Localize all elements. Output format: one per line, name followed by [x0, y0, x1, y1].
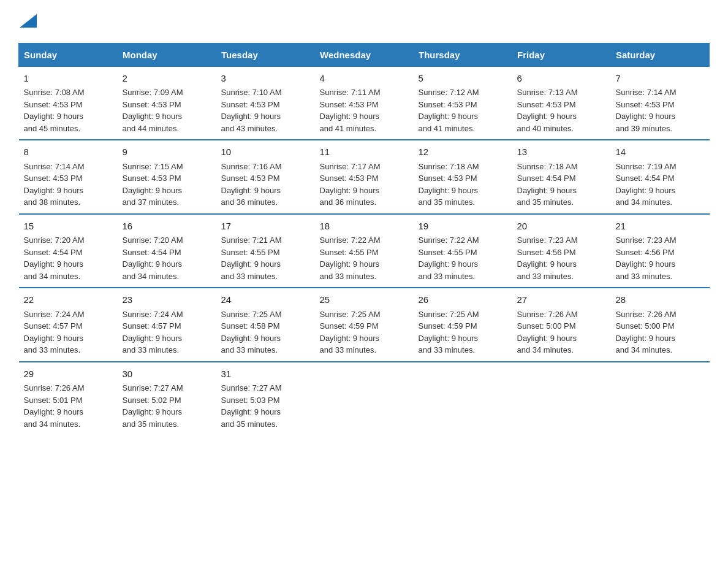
- day-info: Sunrise: 7:09 AM Sunset: 4:53 PM Dayligh…: [123, 88, 183, 133]
- calendar-week-row: 15 Sunrise: 7:20 AM Sunset: 4:54 PM Dayl…: [19, 214, 710, 288]
- header-cell-friday: Friday: [512, 43, 611, 66]
- day-info: Sunrise: 7:24 AM Sunset: 4:57 PM Dayligh…: [24, 310, 85, 355]
- day-number: 2: [123, 72, 211, 86]
- day-number: 3: [221, 72, 310, 86]
- header-cell-sunday: Sunday: [19, 43, 118, 66]
- day-info: Sunrise: 7:19 AM Sunset: 4:54 PM Dayligh…: [616, 162, 677, 207]
- calendar-cell: 28 Sunrise: 7:26 AM Sunset: 5:00 PM Dayl…: [611, 288, 710, 362]
- day-info: Sunrise: 7:23 AM Sunset: 4:56 PM Dayligh…: [517, 236, 578, 281]
- calendar-cell: 13 Sunrise: 7:18 AM Sunset: 4:54 PM Dayl…: [512, 140, 611, 214]
- calendar-cell: 23 Sunrise: 7:24 AM Sunset: 4:57 PM Dayl…: [118, 288, 216, 362]
- calendar-cell: 17 Sunrise: 7:21 AM Sunset: 4:55 PM Dayl…: [216, 214, 315, 288]
- calendar-table: SundayMondayTuesdayWednesdayThursdayFrid…: [18, 43, 710, 435]
- calendar-cell: [315, 362, 414, 435]
- calendar-cell: 20 Sunrise: 7:23 AM Sunset: 4:56 PM Dayl…: [512, 214, 611, 288]
- day-info: Sunrise: 7:22 AM Sunset: 4:55 PM Dayligh…: [320, 236, 381, 281]
- day-number: 28: [616, 293, 705, 307]
- calendar-cell: 30 Sunrise: 7:27 AM Sunset: 5:02 PM Dayl…: [118, 362, 216, 435]
- day-number: 29: [24, 367, 113, 381]
- calendar-cell: 5 Sunrise: 7:12 AM Sunset: 4:53 PM Dayli…: [414, 66, 512, 140]
- day-number: 23: [123, 293, 211, 307]
- calendar-cell: 2 Sunrise: 7:09 AM Sunset: 4:53 PM Dayli…: [118, 66, 216, 140]
- calendar-header: SundayMondayTuesdayWednesdayThursdayFrid…: [19, 43, 710, 66]
- day-number: 12: [419, 145, 507, 159]
- calendar-cell: 27 Sunrise: 7:26 AM Sunset: 5:00 PM Dayl…: [512, 288, 611, 362]
- day-info: Sunrise: 7:26 AM Sunset: 5:01 PM Dayligh…: [24, 383, 85, 429]
- day-info: Sunrise: 7:10 AM Sunset: 4:53 PM Dayligh…: [221, 88, 282, 133]
- header-cell-wednesday: Wednesday: [315, 43, 414, 66]
- day-number: 24: [221, 293, 310, 307]
- calendar-cell: 22 Sunrise: 7:24 AM Sunset: 4:57 PM Dayl…: [19, 288, 118, 362]
- day-info: Sunrise: 7:15 AM Sunset: 4:53 PM Dayligh…: [123, 162, 183, 207]
- day-info: Sunrise: 7:27 AM Sunset: 5:03 PM Dayligh…: [221, 383, 282, 429]
- day-number: 19: [419, 220, 507, 234]
- calendar-cell: 12 Sunrise: 7:18 AM Sunset: 4:53 PM Dayl…: [414, 140, 512, 214]
- calendar-cell: 18 Sunrise: 7:22 AM Sunset: 4:55 PM Dayl…: [315, 214, 414, 288]
- day-number: 9: [123, 145, 211, 159]
- day-number: 17: [221, 220, 310, 234]
- day-info: Sunrise: 7:12 AM Sunset: 4:53 PM Dayligh…: [419, 88, 479, 133]
- day-number: 14: [616, 145, 705, 159]
- calendar-cell: 3 Sunrise: 7:10 AM Sunset: 4:53 PM Dayli…: [216, 66, 315, 140]
- day-info: Sunrise: 7:22 AM Sunset: 4:55 PM Dayligh…: [419, 236, 479, 281]
- calendar-cell: 16 Sunrise: 7:20 AM Sunset: 4:54 PM Dayl…: [118, 214, 216, 288]
- calendar-cell: 4 Sunrise: 7:11 AM Sunset: 4:53 PM Dayli…: [315, 66, 414, 140]
- day-info: Sunrise: 7:24 AM Sunset: 4:57 PM Dayligh…: [123, 310, 183, 355]
- day-info: Sunrise: 7:27 AM Sunset: 5:02 PM Dayligh…: [123, 383, 183, 429]
- header-cell-monday: Monday: [118, 43, 216, 66]
- day-number: 30: [123, 367, 211, 381]
- calendar-cell: 8 Sunrise: 7:14 AM Sunset: 4:53 PM Dayli…: [19, 140, 118, 214]
- calendar-cell: 15 Sunrise: 7:20 AM Sunset: 4:54 PM Dayl…: [19, 214, 118, 288]
- calendar-cell: 25 Sunrise: 7:25 AM Sunset: 4:59 PM Dayl…: [315, 288, 414, 362]
- day-info: Sunrise: 7:13 AM Sunset: 4:53 PM Dayligh…: [517, 88, 578, 133]
- calendar-cell: 31 Sunrise: 7:27 AM Sunset: 5:03 PM Dayl…: [216, 362, 315, 435]
- day-info: Sunrise: 7:25 AM Sunset: 4:59 PM Dayligh…: [419, 310, 479, 355]
- day-info: Sunrise: 7:25 AM Sunset: 4:59 PM Dayligh…: [320, 310, 381, 355]
- calendar-cell: 26 Sunrise: 7:25 AM Sunset: 4:59 PM Dayl…: [414, 288, 512, 362]
- day-info: Sunrise: 7:17 AM Sunset: 4:53 PM Dayligh…: [320, 162, 381, 207]
- calendar-cell: 10 Sunrise: 7:16 AM Sunset: 4:53 PM Dayl…: [216, 140, 315, 214]
- calendar-cell: [512, 362, 611, 435]
- calendar-week-row: 22 Sunrise: 7:24 AM Sunset: 4:57 PM Dayl…: [19, 288, 710, 362]
- day-info: Sunrise: 7:08 AM Sunset: 4:53 PM Dayligh…: [24, 88, 85, 133]
- day-info: Sunrise: 7:14 AM Sunset: 4:53 PM Dayligh…: [24, 162, 85, 207]
- day-number: 25: [320, 293, 409, 307]
- calendar-body: 1 Sunrise: 7:08 AM Sunset: 4:53 PM Dayli…: [19, 66, 710, 435]
- day-number: 4: [320, 72, 409, 86]
- day-number: 18: [320, 220, 409, 234]
- day-number: 5: [419, 72, 507, 86]
- day-number: 8: [24, 145, 113, 159]
- day-number: 10: [221, 145, 310, 159]
- calendar-week-row: 8 Sunrise: 7:14 AM Sunset: 4:53 PM Dayli…: [19, 140, 710, 214]
- day-number: 27: [517, 293, 606, 307]
- header-cell-thursday: Thursday: [414, 43, 512, 66]
- logo-general-text: [18, 12, 37, 31]
- day-number: 26: [419, 293, 507, 307]
- day-info: Sunrise: 7:16 AM Sunset: 4:53 PM Dayligh…: [221, 162, 282, 207]
- calendar-cell: 6 Sunrise: 7:13 AM Sunset: 4:53 PM Dayli…: [512, 66, 611, 140]
- day-info: Sunrise: 7:21 AM Sunset: 4:55 PM Dayligh…: [221, 236, 282, 281]
- header-cell-saturday: Saturday: [611, 43, 710, 66]
- calendar-cell: 9 Sunrise: 7:15 AM Sunset: 4:53 PM Dayli…: [118, 140, 216, 214]
- calendar-cell: 24 Sunrise: 7:25 AM Sunset: 4:58 PM Dayl…: [216, 288, 315, 362]
- calendar-cell: 21 Sunrise: 7:23 AM Sunset: 4:56 PM Dayl…: [611, 214, 710, 288]
- day-info: Sunrise: 7:26 AM Sunset: 5:00 PM Dayligh…: [517, 310, 578, 355]
- day-info: Sunrise: 7:18 AM Sunset: 4:54 PM Dayligh…: [517, 162, 578, 207]
- header-row: SundayMondayTuesdayWednesdayThursdayFrid…: [19, 43, 710, 66]
- calendar-cell: [414, 362, 512, 435]
- day-number: 15: [24, 220, 113, 234]
- logo-triangle-icon: [20, 14, 37, 28]
- page-header: [18, 12, 710, 31]
- day-info: Sunrise: 7:20 AM Sunset: 4:54 PM Dayligh…: [123, 236, 183, 281]
- day-info: Sunrise: 7:23 AM Sunset: 4:56 PM Dayligh…: [616, 236, 677, 281]
- day-number: 11: [320, 145, 409, 159]
- calendar-cell: 14 Sunrise: 7:19 AM Sunset: 4:54 PM Dayl…: [611, 140, 710, 214]
- day-info: Sunrise: 7:25 AM Sunset: 4:58 PM Dayligh…: [221, 310, 282, 355]
- day-number: 7: [616, 72, 705, 86]
- day-number: 6: [517, 72, 606, 86]
- calendar-week-row: 29 Sunrise: 7:26 AM Sunset: 5:01 PM Dayl…: [19, 362, 710, 435]
- day-number: 31: [221, 367, 310, 381]
- calendar-cell: 29 Sunrise: 7:26 AM Sunset: 5:01 PM Dayl…: [19, 362, 118, 435]
- calendar-cell: 11 Sunrise: 7:17 AM Sunset: 4:53 PM Dayl…: [315, 140, 414, 214]
- day-number: 1: [24, 72, 113, 86]
